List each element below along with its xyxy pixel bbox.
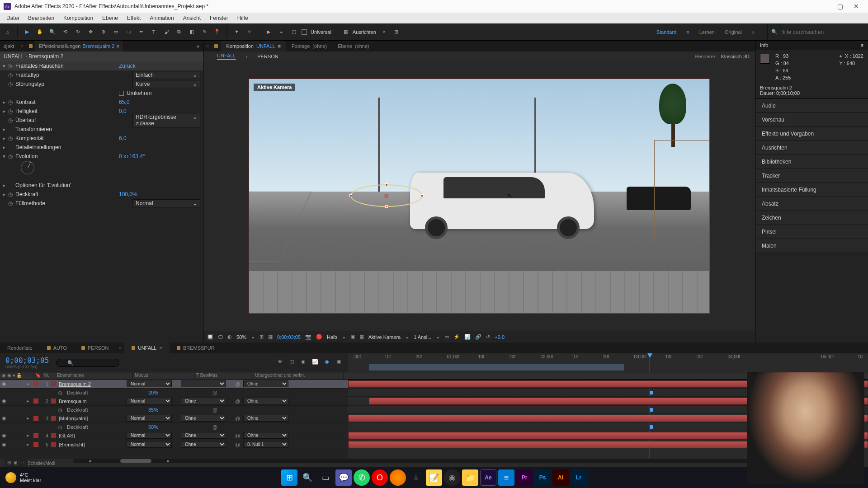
whatsapp-icon[interactable]: ✆ <box>354 469 370 486</box>
clone-tool-icon[interactable]: ⧉ <box>174 27 184 37</box>
roi-icon[interactable]: ▣ <box>350 334 355 340</box>
effect-reset[interactable]: Zurück <box>119 63 200 69</box>
stopwatch-icon[interactable]: ◷ <box>7 99 14 105</box>
vscode-icon[interactable]: ≡ <box>498 469 514 486</box>
expand-icon[interactable]: ▸ <box>3 191 7 197</box>
eraser-tool-icon[interactable]: ◧ <box>187 27 197 37</box>
rotate-tool-icon[interactable]: ↻ <box>73 27 83 37</box>
parent-dropdown[interactable]: Ohne <box>243 380 288 387</box>
panel-audio[interactable]: Audio <box>755 99 868 113</box>
menu-hilfe[interactable]: Hilfe <box>233 15 253 21</box>
viewer-area[interactable]: ⊕ ↖ Aktive Kamera <box>203 61 755 331</box>
tab-menu-icon[interactable]: ≡ <box>116 43 119 49</box>
effect-controls-tab[interactable]: Effekteinstellungen Bremsqualm 2 ≡ <box>35 41 123 52</box>
expand-icon[interactable]: ▸ <box>24 441 32 447</box>
subtab-unfall[interactable]: UNFALL <box>217 53 236 60</box>
camera-dropdown[interactable]: Aktive Kamera <box>368 334 401 340</box>
magnet-icon[interactable]: ⌖ <box>379 27 389 37</box>
snap-icon[interactable]: ▣ <box>335 359 343 367</box>
toggle-modes-icon[interactable]: ◉ <box>14 460 18 466</box>
panel-absatz[interactable]: Absatz <box>755 197 868 211</box>
timeline-tab-renderliste[interactable]: Renderliste <box>0 343 40 353</box>
keyframe-marker[interactable] <box>650 391 653 394</box>
add-icon[interactable]: + <box>276 27 286 37</box>
roto-tool-icon[interactable]: ✎ <box>199 27 209 37</box>
comp-tab-ebene[interactable]: Ebene (ohne) <box>332 41 375 52</box>
toggle-switches-icon[interactable]: ⊞ <box>7 460 11 466</box>
visibility-icon[interactable]: ◉ <box>0 441 8 447</box>
property-value[interactable]: 35% <box>148 407 158 413</box>
pan-behind-tool-icon[interactable]: ⊕ <box>98 27 108 37</box>
panel-ausrichten[interactable]: Ausrichten <box>755 141 868 155</box>
stopwatch-icon[interactable]: ◷ <box>58 407 64 413</box>
menu-komposition[interactable]: Komposition <box>59 15 98 21</box>
property-value[interactable]: 50% <box>148 424 158 430</box>
lightroom-icon[interactable]: Lr <box>571 469 587 486</box>
workspace-menu-icon[interactable]: ≡ <box>686 29 689 35</box>
selection-tool-icon[interactable]: ▶ <box>22 27 32 37</box>
help-search-input[interactable] <box>780 29 862 35</box>
pickwhip-icon[interactable]: @ <box>212 407 217 413</box>
back-icon[interactable]: ‹ <box>246 54 248 59</box>
task-view-icon[interactable]: ▭ <box>317 469 334 486</box>
dropdown-icon[interactable]: ⌄ <box>342 334 346 340</box>
views-dropdown[interactable]: 1 Ansi... <box>414 334 431 340</box>
panel-pinsel[interactable]: Pinsel <box>755 225 868 239</box>
brush-tool-icon[interactable]: 🖌 <box>161 27 171 37</box>
shy-icon[interactable]: 👁 <box>276 359 284 367</box>
komplexitaet-value[interactable]: 6,0 <box>119 135 200 141</box>
menu-bearbeiten[interactable]: Bearbeiten <box>24 15 59 21</box>
help-search[interactable]: 🔍 <box>767 23 865 40</box>
dropdown-icon[interactable]: ⌄ <box>251 334 255 340</box>
pickwhip-icon[interactable]: @ <box>212 390 217 395</box>
minimize-button[interactable]: — <box>816 0 832 13</box>
rect-tool-icon[interactable]: ▭ <box>111 27 121 37</box>
orbit-tool-icon[interactable]: ⟲ <box>60 27 70 37</box>
visibility-icon[interactable]: ◉ <box>0 398 8 404</box>
expand-icon[interactable]: ▸ <box>24 415 32 421</box>
stopwatch-icon[interactable]: ◷ <box>7 81 14 87</box>
monitor-icon[interactable]: 🖵 <box>218 334 223 340</box>
panel-menu-icon[interactable]: ≡ <box>861 42 863 48</box>
evolution-dial[interactable] <box>21 161 34 174</box>
expand-icon[interactable]: ▸ <box>3 99 7 105</box>
stopwatch-icon[interactable]: ◷ <box>7 191 14 197</box>
stopwatch-icon[interactable]: ◷ <box>7 108 14 114</box>
magnify-icon[interactable]: 🔲 <box>207 334 213 340</box>
pixel-aspect-icon[interactable]: ▭ <box>444 334 449 340</box>
ellipse-tool-icon[interactable]: ⬭ <box>123 27 133 37</box>
premiere-icon[interactable]: Pr <box>516 469 533 486</box>
property-value[interactable]: 20% <box>148 390 158 395</box>
layer-color[interactable] <box>33 433 38 438</box>
stopwatch-icon[interactable]: ◷ <box>58 390 64 396</box>
parent-dropdown[interactable]: Ohne <box>243 432 288 439</box>
info-panel-tab[interactable]: Info ≡ <box>755 41 868 50</box>
expand-icon[interactable]: ▸ <box>3 135 7 141</box>
exposure-value[interactable]: +0,0 <box>495 334 505 340</box>
comp-canvas[interactable]: ⊕ ↖ Aktive Kamera <box>249 79 710 314</box>
pickwhip-icon[interactable]: @ <box>235 381 243 387</box>
menu-animation[interactable]: Animation <box>145 15 178 21</box>
snap-grid-icon[interactable]: ⊞ <box>392 27 401 37</box>
tab-menu-icon[interactable]: ≡ <box>278 43 281 49</box>
panel-malen[interactable]: Malen <box>755 239 868 253</box>
world-axis-icon[interactable]: ✧ <box>244 27 254 37</box>
layer-name[interactable]: [Motorqualm] <box>59 416 127 421</box>
close-button[interactable]: ✕ <box>848 0 864 13</box>
renderer-dropdown[interactable]: Klassisch 3D <box>721 54 750 59</box>
panel-zeichen[interactable]: Zeichen <box>755 211 868 225</box>
pickwhip-icon[interactable]: @ <box>235 399 243 404</box>
umkehren-checkbox[interactable]: Umkehren <box>119 90 200 96</box>
snapshot-icon[interactable]: 📷 <box>305 334 311 340</box>
timeline-scrollbar[interactable]: ▴ ▴ <box>73 459 854 463</box>
anchor-icon[interactable]: ⊕ <box>384 192 389 199</box>
mode-dropdown[interactable]: Normal <box>127 380 172 387</box>
toggle-in-out-icon[interactable]: ↔ <box>20 460 25 466</box>
pickwhip-icon[interactable]: @ <box>235 433 243 438</box>
parent-dropdown[interactable]: 8. Null 1 <box>243 441 288 448</box>
panel-effekte[interactable]: Effekte und Vorgaben <box>755 127 868 141</box>
resolution-dropdown[interactable]: Halb <box>327 334 337 340</box>
project-tab[interactable]: ojekt <box>0 41 18 52</box>
expand-icon[interactable]: ▸ <box>24 398 32 404</box>
comp-tab-komposition[interactable]: Komposition UNFALL ≡ <box>221 41 286 52</box>
